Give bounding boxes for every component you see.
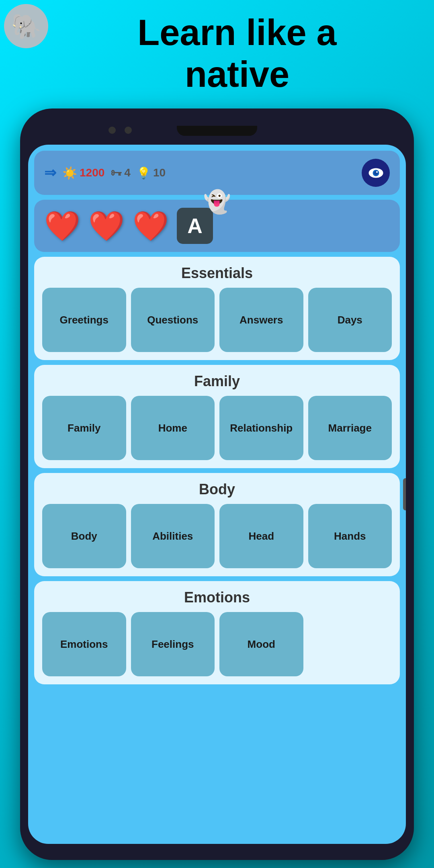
phone-screen: ⇒ ☀️ 1200 🗝 4 💡 10: [28, 145, 406, 844]
power-button: [403, 478, 406, 510]
bulb-icon: 💡: [137, 166, 151, 180]
hero-title: Learn like a native: [56, 12, 418, 95]
body-title: Body: [42, 481, 392, 498]
tile-emotions[interactable]: Emotions: [42, 612, 126, 676]
heart-1: ❤️: [44, 209, 80, 243]
points-value: 1200: [80, 166, 104, 179]
tile-days[interactable]: Days: [308, 288, 392, 352]
emotions-title: Emotions: [42, 589, 392, 606]
svg-point-4: [376, 171, 378, 173]
essentials-title: Essentials: [42, 265, 392, 282]
tile-feelings[interactable]: Feelings: [131, 612, 215, 676]
tile-home[interactable]: Home: [131, 396, 215, 460]
phone-top-bar: [28, 121, 406, 145]
navigation-icon[interactable]: ⇒: [44, 164, 56, 181]
bulbs-display: 💡 10: [137, 166, 166, 180]
bulbs-value: 10: [153, 166, 166, 179]
status-card: ⇒ ☀️ 1200 🗝 4 💡 10: [34, 151, 400, 195]
tile-answers[interactable]: Answers: [219, 288, 303, 352]
keys-value: 4: [124, 166, 131, 179]
tile-head[interactable]: Head: [219, 504, 303, 568]
body-section: Body Body Abilities Head Hands: [34, 473, 400, 576]
camera-right: [125, 127, 132, 134]
emotions-section: Emotions Emotions Feelings Mood: [34, 581, 400, 684]
family-title: Family: [42, 373, 392, 390]
essentials-section: Essentials Greetings Questions Answers D…: [34, 257, 400, 360]
hero-section: Learn like a native: [56, 12, 418, 95]
tile-body[interactable]: Body: [42, 504, 126, 568]
cloud-mascot: 👻: [203, 189, 231, 215]
phone-frame: ⇒ ☀️ 1200 🗝 4 💡 10: [20, 108, 414, 860]
family-section: Family Family Home Relationship Marriage: [34, 365, 400, 468]
phone-notch: [177, 126, 257, 136]
camera-left: [108, 127, 116, 134]
heart-3: ❤️: [133, 209, 169, 243]
tile-marriage[interactable]: Marriage: [308, 396, 392, 460]
user-avatar[interactable]: [362, 159, 390, 187]
elephant-icon: 🐘: [11, 12, 41, 41]
points-display: ☀️ 1200: [62, 166, 104, 180]
tile-questions[interactable]: Questions: [131, 288, 215, 352]
key-icon: 🗝: [111, 166, 122, 180]
tile-greetings[interactable]: Greetings: [42, 288, 126, 352]
family-grid: Family Home Relationship Marriage: [42, 396, 392, 460]
eye-avatar-graphic: [365, 162, 387, 184]
keys-display: 🗝 4: [111, 166, 131, 180]
heart-2: ❤️: [88, 209, 125, 243]
tile-mood[interactable]: Mood: [219, 612, 303, 676]
tile-hands[interactable]: Hands: [308, 504, 392, 568]
tile-relationship[interactable]: Relationship: [219, 396, 303, 460]
tile-abilities[interactable]: Abilities: [131, 504, 215, 568]
sun-icon: ☀️: [62, 166, 77, 180]
screen-content[interactable]: ⇒ ☀️ 1200 🗝 4 💡 10: [28, 145, 406, 844]
mascot-elephant: 🐘: [4, 4, 56, 56]
essentials-grid: Greetings Questions Answers Days: [42, 288, 392, 352]
emotions-grid: Emotions Feelings Mood: [42, 612, 392, 676]
tile-family[interactable]: Family: [42, 396, 126, 460]
body-grid: Body Abilities Head Hands: [42, 504, 392, 568]
